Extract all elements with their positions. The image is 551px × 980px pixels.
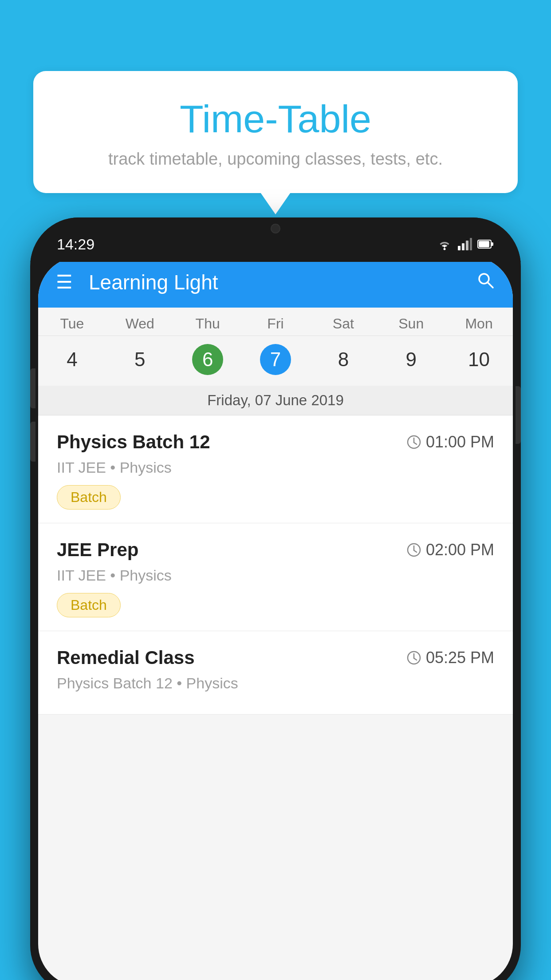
clock-icon-3 xyxy=(406,650,421,665)
class-name-1: Physics Batch 12 xyxy=(57,431,210,453)
scrollable-content[interactable]: Tue Wed Thu Fri Sat Sun Mon 4 5 6 7 8 9 … xyxy=(38,308,513,980)
svg-line-12 xyxy=(414,443,417,444)
class-time-2: 02:00 PM xyxy=(406,541,494,559)
speech-bubble-container: Time-Table track timetable, upcoming cla… xyxy=(33,71,518,193)
speech-bubble: Time-Table track timetable, upcoming cla… xyxy=(33,71,518,193)
svg-rect-1 xyxy=(458,246,460,250)
hamburger-menu-icon[interactable]: ☰ xyxy=(56,271,73,293)
class-card-2[interactable]: JEE Prep 02:00 PM IIT JEE • Physics Batc… xyxy=(38,523,513,631)
power-button[interactable] xyxy=(516,386,521,444)
status-icons xyxy=(437,238,494,250)
class-time-1: 01:00 PM xyxy=(406,433,494,451)
day-header-mon[interactable]: Mon xyxy=(445,308,513,336)
battery-icon xyxy=(477,239,494,249)
wifi-icon xyxy=(437,238,453,250)
app-header: ☰ Learning Light xyxy=(38,257,513,308)
svg-rect-6 xyxy=(479,241,489,247)
class-card-header-1: Physics Batch 12 01:00 PM xyxy=(57,431,494,453)
selected-date-label: Friday, 07 June 2019 xyxy=(38,386,513,415)
class-card-header-2: JEE Prep 02:00 PM xyxy=(57,539,494,561)
phone-screen: ☰ Learning Light Tue Wed Thu Fri Sat Sun xyxy=(38,257,513,980)
class-name-3: Remedial Class xyxy=(57,647,195,668)
svg-rect-2 xyxy=(462,243,464,250)
class-card-1[interactable]: Physics Batch 12 01:00 PM IIT JEE • Phys… xyxy=(38,415,513,523)
clock-icon-1 xyxy=(406,435,421,450)
phone-notch xyxy=(244,217,307,240)
class-meta-3: Physics Batch 12 • Physics xyxy=(57,675,494,692)
day-numbers: 4 5 6 7 8 9 10 xyxy=(38,336,513,386)
bubble-title: Time-Table xyxy=(55,98,496,141)
bubble-subtitle: track timetable, upcoming classes, tests… xyxy=(55,150,496,169)
day-header-sun[interactable]: Sun xyxy=(377,308,445,336)
day-headers: Tue Wed Thu Fri Sat Sun Mon xyxy=(38,308,513,336)
phone-frame: 14:29 xyxy=(30,217,521,980)
app-title: Learning Light xyxy=(89,270,476,294)
clock-icon-2 xyxy=(406,542,421,557)
day-8[interactable]: 8 xyxy=(309,345,377,374)
svg-rect-3 xyxy=(466,241,468,250)
day-10[interactable]: 10 xyxy=(445,345,513,374)
day-5[interactable]: 5 xyxy=(106,345,174,374)
calendar-section: Tue Wed Thu Fri Sat Sun Mon 4 5 6 7 8 9 … xyxy=(38,308,513,415)
svg-rect-4 xyxy=(470,238,472,250)
day-4[interactable]: 4 xyxy=(38,345,106,374)
volume-up-button[interactable] xyxy=(30,368,35,408)
volume-down-button[interactable] xyxy=(30,422,35,462)
day-header-wed[interactable]: Wed xyxy=(106,308,174,336)
svg-line-18 xyxy=(414,658,417,660)
day-header-fri[interactable]: Fri xyxy=(242,308,310,336)
class-name-2: JEE Prep xyxy=(57,539,138,561)
day-header-tue[interactable]: Tue xyxy=(38,308,106,336)
status-bar: 14:29 xyxy=(30,217,521,262)
class-meta-2: IIT JEE • Physics xyxy=(57,567,494,584)
class-time-3: 05:25 PM xyxy=(406,648,494,667)
search-icon[interactable] xyxy=(476,270,495,294)
day-6[interactable]: 6 xyxy=(174,340,242,379)
class-card-header-3: Remedial Class 05:25 PM xyxy=(57,647,494,668)
camera xyxy=(271,224,280,233)
svg-rect-7 xyxy=(491,242,493,246)
status-time: 14:29 xyxy=(57,236,94,253)
batch-badge-2: Batch xyxy=(57,593,121,617)
class-meta-1: IIT JEE • Physics xyxy=(57,459,494,476)
signal-icon xyxy=(458,238,472,250)
day-7[interactable]: 7 xyxy=(242,340,310,379)
svg-line-9 xyxy=(488,282,493,288)
day-9[interactable]: 9 xyxy=(377,345,445,374)
class-card-3[interactable]: Remedial Class 05:25 PM Physics Batch 12… xyxy=(38,631,513,715)
svg-line-15 xyxy=(414,550,417,552)
batch-badge-1: Batch xyxy=(57,485,121,510)
svg-point-0 xyxy=(444,248,446,250)
day-header-sat[interactable]: Sat xyxy=(309,308,377,336)
day-header-thu[interactable]: Thu xyxy=(174,308,242,336)
